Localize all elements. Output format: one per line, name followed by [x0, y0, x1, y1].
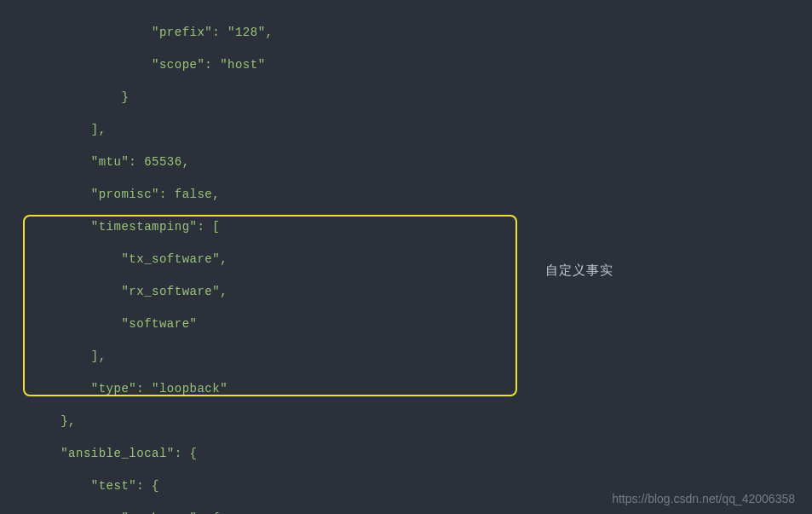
code-line: "scope": "host"	[0, 57, 812, 73]
code-line: "promisc": false,	[0, 187, 812, 203]
code-line: "mtu": 65536,	[0, 154, 812, 170]
code-line: "rx_software",	[0, 284, 812, 300]
code-line: "software"	[0, 316, 812, 332]
code-line: "type": "loopback"	[0, 381, 812, 397]
annotation-label: 自定义事实	[545, 263, 613, 279]
code-line: "timestamping": [	[0, 219, 812, 235]
code-line: },	[0, 413, 812, 430]
code-line: "packages": {	[0, 511, 812, 514]
code-line: ],	[0, 122, 812, 138]
code-line: }	[0, 90, 812, 106]
code-line: "prefix": "128",	[0, 25, 812, 41]
code-line: "ansible_local": {	[0, 446, 812, 462]
code-line: ],	[0, 349, 812, 365]
watermark-url: https://blog.csdn.net/qq_42006358	[612, 492, 795, 505]
code-block: "prefix": "128", "scope": "host" } ], "m…	[0, 0, 812, 514]
code-line: "tx_software",	[0, 251, 812, 268]
